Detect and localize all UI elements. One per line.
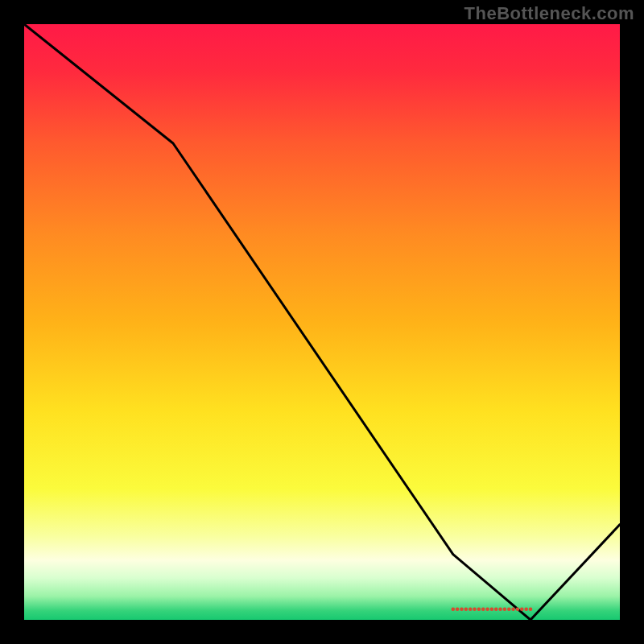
svg-point-16 [520, 607, 524, 611]
svg-point-5 [473, 607, 477, 611]
svg-point-18 [529, 607, 533, 611]
svg-point-15 [516, 607, 520, 611]
svg-point-7 [481, 607, 485, 611]
svg-point-11 [498, 607, 502, 611]
chart-svg [24, 24, 620, 620]
svg-point-6 [477, 607, 481, 611]
svg-point-2 [460, 607, 464, 611]
svg-point-3 [464, 607, 469, 611]
gradient-background [24, 24, 620, 620]
svg-point-10 [494, 607, 498, 611]
chart-stage: TheBottleneck.com [0, 0, 644, 644]
svg-point-14 [511, 607, 515, 611]
svg-point-8 [485, 607, 489, 611]
svg-point-12 [503, 607, 507, 611]
svg-point-0 [452, 607, 456, 611]
plot-frame [24, 24, 620, 620]
svg-point-17 [524, 607, 528, 611]
svg-point-13 [507, 607, 511, 611]
svg-point-9 [490, 607, 494, 611]
svg-point-1 [456, 607, 460, 611]
svg-point-4 [469, 607, 473, 611]
attribution-text: TheBottleneck.com [464, 3, 634, 24]
